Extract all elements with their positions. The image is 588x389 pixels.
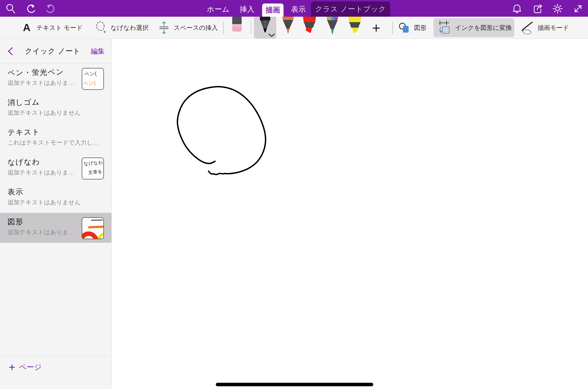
add-page-label: ページ [19, 358, 42, 376]
shapes-icon [399, 22, 411, 34]
page-title-ink: ペン・蛍光ペン [7, 67, 64, 78]
page-subtitle: 追加テキストはありません [7, 198, 81, 206]
toolbar-divider [392, 22, 393, 34]
page-title-ink: 図形 [7, 217, 24, 227]
tab-insert[interactable]: 挿入 [237, 0, 257, 17]
shapes-button[interactable]: 図形 [399, 17, 427, 39]
pen-options-chevron-down-icon[interactable] [268, 34, 275, 37]
toolbar-divider [251, 22, 251, 34]
yellow-highlighter-icon[interactable] [347, 17, 363, 35]
thumbnail-ink-text: 文章を [88, 168, 103, 175]
draw-ribbon-toolbar: A テキスト モード なげなわ選択 スペースの挿入 [0, 17, 588, 39]
note-drawing-canvas[interactable] [112, 39, 588, 389]
tab-home[interactable]: ホーム [205, 0, 232, 17]
plus-icon: + [6, 358, 17, 376]
ink-to-shape-label: インクを図形に変換 [455, 24, 512, 32]
ink-to-shape-button[interactable]: インクを図形に変換 [434, 18, 514, 37]
page-title-ink: 表示 [7, 187, 24, 197]
text-mode-a-icon: A [23, 22, 30, 34]
tab-draw-selected[interactable]: 描画 [262, 3, 284, 17]
undo-icon[interactable] [25, 3, 36, 14]
onenote-app: ホーム 挿入 描画 表示 クラス ノートブック [0, 0, 588, 389]
ink-to-shape-icon [437, 20, 451, 35]
page-subtitle: 追加テキストはありま… [7, 79, 74, 87]
page-thumbnail [82, 217, 104, 239]
page-title-ink: なげなわ [7, 157, 40, 167]
page-item-text[interactable]: テキスト これはテキストモードで入力し… [0, 123, 112, 153]
page-item-view[interactable]: 表示 追加テキストはありません [0, 183, 112, 213]
edit-button[interactable]: 編集 [91, 39, 105, 63]
pen-black-selected[interactable] [254, 16, 276, 39]
page-thumbnail: ペン( ペン( [82, 68, 104, 90]
add-pen-button[interactable]: + [369, 17, 384, 39]
page-thumbnail: なげなわ 文章を [82, 158, 104, 179]
page-item-eraser[interactable]: 消しゴム 追加テキストはありません [0, 93, 112, 123]
eraser-tool-icon[interactable] [232, 17, 242, 32]
insert-space-button[interactable]: スペースの挿入 [158, 17, 218, 39]
orange-pen-icon[interactable] [280, 17, 296, 35]
thumbnail-ink-text: ペン( [84, 70, 97, 77]
toolbar-divider [223, 22, 223, 34]
insert-space-icon [158, 20, 170, 35]
shapes-label: 図形 [414, 24, 427, 32]
page-item-pen-highlighter[interactable]: ペン・蛍光ペン 追加テキストはありま… ペン( ペン( [0, 63, 112, 93]
insert-space-label: スペースの挿入 [174, 24, 218, 32]
redo-icon[interactable] [46, 3, 57, 14]
lasso-select-button[interactable]: なげなわ選択 [95, 17, 148, 39]
page-subtitle: 追加テキストはありま… [7, 228, 74, 236]
text-mode-button[interactable]: A テキスト モード [23, 17, 83, 39]
thumbnail-ink-text: なげなわ [83, 159, 103, 167]
back-chevron-left-icon[interactable] [7, 47, 13, 56]
page-list-sidebar: クイック ノート 編集 ペン・蛍光ペン 追加テキストはありま… ペン( ペン( … [0, 39, 112, 389]
page-item-shapes-selected[interactable]: 図形 追加テキストはありま… [0, 213, 112, 243]
notebook-section-title: クイック ノート [25, 39, 80, 63]
share-icon[interactable] [532, 3, 543, 14]
draw-mode-button[interactable]: 描画モード [520, 17, 569, 39]
page-title-ink: 消しゴム [7, 97, 40, 108]
thumbnail-ink-text: ペン( [83, 79, 96, 87]
sidebar-header: クイック ノート 編集 [0, 39, 112, 63]
thumbnail-shapes-ink [82, 218, 103, 239]
text-mode-label: テキスト モード [36, 24, 82, 32]
red-highlighter-icon[interactable] [302, 17, 317, 35]
add-page-button[interactable]: + ページ [0, 358, 112, 376]
bell-icon[interactable] [512, 3, 522, 14]
settings-gear-icon[interactable] [552, 3, 563, 14]
home-indicator-bar[interactable] [216, 383, 373, 386]
lasso-select-label: なげなわ選択 [111, 24, 148, 32]
page-subtitle: これはテキストモードで入力し… [7, 139, 99, 147]
page-subtitle: 追加テキストはありません [7, 109, 81, 117]
sidebar-bottom-divider [0, 355, 112, 355]
tab-view[interactable]: 表示 [289, 0, 308, 17]
page-title-ink: テキスト [7, 127, 40, 138]
draw-mode-label: 描画モード [538, 24, 569, 32]
lasso-icon [95, 21, 107, 34]
fullscreen-expand-icon[interactable] [573, 3, 584, 14]
top-app-bar: ホーム 挿入 描画 表示 クラス ノートブック [0, 0, 588, 17]
page-subtitle: 追加テキストはありま… [7, 168, 74, 176]
page-item-lasso[interactable]: なげなわ 追加テキストはありま… なげなわ 文章を [0, 153, 112, 183]
search-icon[interactable] [5, 3, 16, 14]
rainbow-galaxy-pen-icon[interactable] [325, 17, 340, 35]
black-pen-icon [259, 17, 272, 34]
draw-mode-hand-pen-icon [520, 21, 534, 35]
tab-class-notebook[interactable]: クラス ノートブック [311, 1, 390, 17]
